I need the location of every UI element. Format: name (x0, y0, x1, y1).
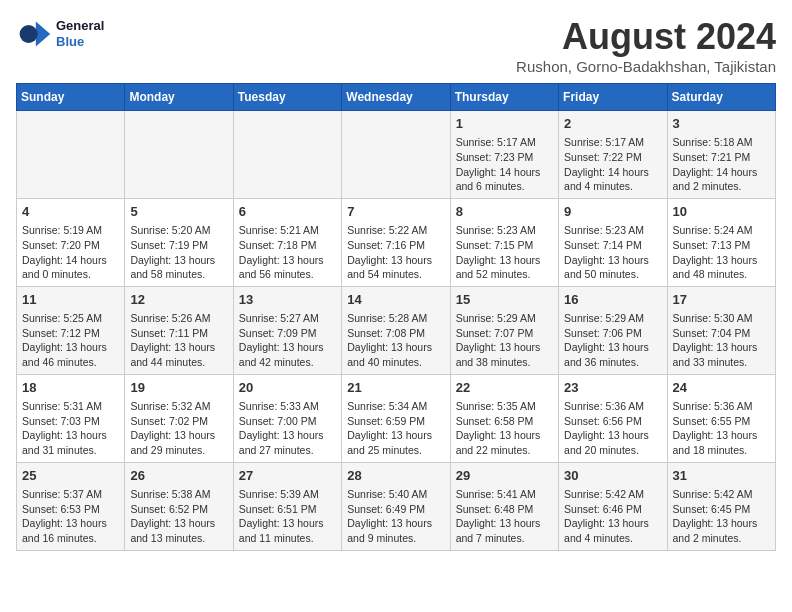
calendar-cell: 20Sunrise: 5:33 AM Sunset: 7:00 PM Dayli… (233, 374, 341, 462)
day-number: 8 (456, 203, 553, 221)
day-info: Sunrise: 5:29 AM Sunset: 7:07 PM Dayligh… (456, 311, 553, 370)
calendar-cell: 23Sunrise: 5:36 AM Sunset: 6:56 PM Dayli… (559, 374, 667, 462)
day-number: 11 (22, 291, 119, 309)
weekday-header-saturday: Saturday (667, 84, 775, 111)
title-block: August 2024 Rushon, Gorno-Badakhshan, Ta… (516, 16, 776, 75)
day-number: 6 (239, 203, 336, 221)
day-number: 14 (347, 291, 444, 309)
calendar-cell: 9Sunrise: 5:23 AM Sunset: 7:14 PM Daylig… (559, 198, 667, 286)
logo-line2: Blue (56, 34, 104, 50)
day-info: Sunrise: 5:37 AM Sunset: 6:53 PM Dayligh… (22, 487, 119, 546)
calendar-table: SundayMondayTuesdayWednesdayThursdayFrid… (16, 83, 776, 551)
calendar-cell: 10Sunrise: 5:24 AM Sunset: 7:13 PM Dayli… (667, 198, 775, 286)
calendar-cell: 27Sunrise: 5:39 AM Sunset: 6:51 PM Dayli… (233, 462, 341, 550)
day-info: Sunrise: 5:18 AM Sunset: 7:21 PM Dayligh… (673, 135, 770, 194)
day-info: Sunrise: 5:23 AM Sunset: 7:14 PM Dayligh… (564, 223, 661, 282)
day-number: 18 (22, 379, 119, 397)
day-number: 10 (673, 203, 770, 221)
day-number: 25 (22, 467, 119, 485)
day-info: Sunrise: 5:33 AM Sunset: 7:00 PM Dayligh… (239, 399, 336, 458)
day-number: 2 (564, 115, 661, 133)
day-info: Sunrise: 5:31 AM Sunset: 7:03 PM Dayligh… (22, 399, 119, 458)
day-info: Sunrise: 5:40 AM Sunset: 6:49 PM Dayligh… (347, 487, 444, 546)
day-number: 19 (130, 379, 227, 397)
day-number: 16 (564, 291, 661, 309)
day-info: Sunrise: 5:23 AM Sunset: 7:15 PM Dayligh… (456, 223, 553, 282)
day-info: Sunrise: 5:28 AM Sunset: 7:08 PM Dayligh… (347, 311, 444, 370)
calendar-cell: 4Sunrise: 5:19 AM Sunset: 7:20 PM Daylig… (17, 198, 125, 286)
day-info: Sunrise: 5:30 AM Sunset: 7:04 PM Dayligh… (673, 311, 770, 370)
calendar-week-4: 18Sunrise: 5:31 AM Sunset: 7:03 PM Dayli… (17, 374, 776, 462)
day-info: Sunrise: 5:36 AM Sunset: 6:55 PM Dayligh… (673, 399, 770, 458)
day-info: Sunrise: 5:22 AM Sunset: 7:16 PM Dayligh… (347, 223, 444, 282)
day-info: Sunrise: 5:41 AM Sunset: 6:48 PM Dayligh… (456, 487, 553, 546)
day-number: 5 (130, 203, 227, 221)
day-info: Sunrise: 5:17 AM Sunset: 7:23 PM Dayligh… (456, 135, 553, 194)
weekday-header-monday: Monday (125, 84, 233, 111)
day-number: 28 (347, 467, 444, 485)
day-number: 30 (564, 467, 661, 485)
calendar-week-2: 4Sunrise: 5:19 AM Sunset: 7:20 PM Daylig… (17, 198, 776, 286)
day-info: Sunrise: 5:29 AM Sunset: 7:06 PM Dayligh… (564, 311, 661, 370)
calendar-cell: 31Sunrise: 5:42 AM Sunset: 6:45 PM Dayli… (667, 462, 775, 550)
day-info: Sunrise: 5:25 AM Sunset: 7:12 PM Dayligh… (22, 311, 119, 370)
weekday-header-friday: Friday (559, 84, 667, 111)
svg-point-2 (20, 25, 38, 43)
calendar-cell: 25Sunrise: 5:37 AM Sunset: 6:53 PM Dayli… (17, 462, 125, 550)
day-number: 4 (22, 203, 119, 221)
day-number: 20 (239, 379, 336, 397)
day-info: Sunrise: 5:17 AM Sunset: 7:22 PM Dayligh… (564, 135, 661, 194)
day-number: 9 (564, 203, 661, 221)
calendar-cell: 5Sunrise: 5:20 AM Sunset: 7:19 PM Daylig… (125, 198, 233, 286)
calendar-week-5: 25Sunrise: 5:37 AM Sunset: 6:53 PM Dayli… (17, 462, 776, 550)
day-number: 21 (347, 379, 444, 397)
calendar-cell (342, 111, 450, 199)
weekday-header-tuesday: Tuesday (233, 84, 341, 111)
calendar-cell: 3Sunrise: 5:18 AM Sunset: 7:21 PM Daylig… (667, 111, 775, 199)
day-info: Sunrise: 5:42 AM Sunset: 6:45 PM Dayligh… (673, 487, 770, 546)
logo-line1: General (56, 18, 104, 34)
calendar-cell: 21Sunrise: 5:34 AM Sunset: 6:59 PM Dayli… (342, 374, 450, 462)
calendar-cell: 24Sunrise: 5:36 AM Sunset: 6:55 PM Dayli… (667, 374, 775, 462)
day-info: Sunrise: 5:19 AM Sunset: 7:20 PM Dayligh… (22, 223, 119, 282)
day-info: Sunrise: 5:32 AM Sunset: 7:02 PM Dayligh… (130, 399, 227, 458)
day-info: Sunrise: 5:26 AM Sunset: 7:11 PM Dayligh… (130, 311, 227, 370)
weekday-header-thursday: Thursday (450, 84, 558, 111)
day-number: 7 (347, 203, 444, 221)
weekday-header-wednesday: Wednesday (342, 84, 450, 111)
day-number: 27 (239, 467, 336, 485)
day-info: Sunrise: 5:36 AM Sunset: 6:56 PM Dayligh… (564, 399, 661, 458)
day-number: 15 (456, 291, 553, 309)
page-header: General Blue August 2024 Rushon, Gorno-B… (16, 16, 776, 75)
calendar-cell: 29Sunrise: 5:41 AM Sunset: 6:48 PM Dayli… (450, 462, 558, 550)
day-number: 29 (456, 467, 553, 485)
calendar-cell: 1Sunrise: 5:17 AM Sunset: 7:23 PM Daylig… (450, 111, 558, 199)
month-title: August 2024 (516, 16, 776, 58)
day-info: Sunrise: 5:35 AM Sunset: 6:58 PM Dayligh… (456, 399, 553, 458)
calendar-cell: 19Sunrise: 5:32 AM Sunset: 7:02 PM Dayli… (125, 374, 233, 462)
day-number: 1 (456, 115, 553, 133)
day-info: Sunrise: 5:38 AM Sunset: 6:52 PM Dayligh… (130, 487, 227, 546)
calendar-cell: 11Sunrise: 5:25 AM Sunset: 7:12 PM Dayli… (17, 286, 125, 374)
location: Rushon, Gorno-Badakhshan, Tajikistan (516, 58, 776, 75)
day-number: 26 (130, 467, 227, 485)
calendar-cell: 16Sunrise: 5:29 AM Sunset: 7:06 PM Dayli… (559, 286, 667, 374)
calendar-cell: 7Sunrise: 5:22 AM Sunset: 7:16 PM Daylig… (342, 198, 450, 286)
calendar-cell: 17Sunrise: 5:30 AM Sunset: 7:04 PM Dayli… (667, 286, 775, 374)
weekday-header-row: SundayMondayTuesdayWednesdayThursdayFrid… (17, 84, 776, 111)
day-number: 17 (673, 291, 770, 309)
day-number: 13 (239, 291, 336, 309)
day-info: Sunrise: 5:34 AM Sunset: 6:59 PM Dayligh… (347, 399, 444, 458)
calendar-cell: 13Sunrise: 5:27 AM Sunset: 7:09 PM Dayli… (233, 286, 341, 374)
calendar-cell: 26Sunrise: 5:38 AM Sunset: 6:52 PM Dayli… (125, 462, 233, 550)
calendar-week-1: 1Sunrise: 5:17 AM Sunset: 7:23 PM Daylig… (17, 111, 776, 199)
logo: General Blue (16, 16, 104, 52)
day-number: 3 (673, 115, 770, 133)
calendar-cell: 2Sunrise: 5:17 AM Sunset: 7:22 PM Daylig… (559, 111, 667, 199)
calendar-cell: 14Sunrise: 5:28 AM Sunset: 7:08 PM Dayli… (342, 286, 450, 374)
calendar-cell (17, 111, 125, 199)
calendar-cell: 15Sunrise: 5:29 AM Sunset: 7:07 PM Dayli… (450, 286, 558, 374)
calendar-cell: 22Sunrise: 5:35 AM Sunset: 6:58 PM Dayli… (450, 374, 558, 462)
day-number: 31 (673, 467, 770, 485)
day-number: 24 (673, 379, 770, 397)
